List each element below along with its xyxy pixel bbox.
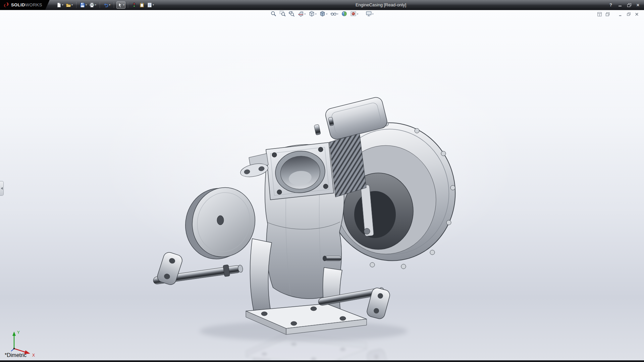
new-document-button[interactable]: ▾: [56, 2, 64, 8]
toolbar-separator: [114, 2, 114, 8]
view-settings-dropdown-caret-icon[interactable]: ▾: [372, 13, 374, 15]
select-dropdown-caret-icon[interactable]: ▾: [123, 4, 124, 6]
doc-minimize-icon: [618, 12, 623, 17]
display-style-dropdown-caret-icon[interactable]: ▾: [326, 13, 327, 15]
new-document-icon: [56, 2, 62, 8]
edit-appearance-icon: [341, 11, 347, 17]
undo-dropdown-caret-icon[interactable]: ▾: [109, 4, 110, 6]
solidworks-brand: SOLIDWORKS: [0, 0, 50, 10]
tile-window-icon: [597, 12, 602, 17]
cascade-window-button[interactable]: [605, 11, 610, 17]
open-dropdown-caret-icon[interactable]: ▾: [71, 4, 73, 6]
select-button[interactable]: ▾: [117, 2, 125, 8]
brand-solid: SOLID: [11, 2, 25, 7]
document-window-controls: [597, 11, 640, 17]
previous-view-button[interactable]: [288, 10, 295, 17]
apply-scene-dropdown-caret-icon[interactable]: ▾: [357, 13, 359, 15]
triad-y-label: Y: [17, 330, 20, 335]
3d-model-canvas[interactable]: [0, 0, 644, 362]
main-toolbar: ▾▾▾▾▾▾▾: [56, 2, 155, 8]
model-reflection: [153, 333, 465, 362]
restore-button[interactable]: [625, 2, 633, 8]
save-button[interactable]: ▾: [79, 2, 88, 8]
minimize-icon: [619, 3, 622, 6]
status-bar: [0, 360, 644, 362]
brand-works: WORKS: [25, 2, 42, 7]
doc-minimize-button[interactable]: [618, 11, 624, 17]
options-dropdown-caret-icon[interactable]: ▾: [153, 4, 154, 6]
view-orientation-button[interactable]: ▾: [308, 10, 317, 17]
collapse-arrow-icon: [1, 187, 3, 190]
brand-text: SOLIDWORKS: [11, 2, 42, 7]
save-dropdown-caret-icon[interactable]: ▾: [86, 4, 87, 6]
toolbar-separator: [100, 2, 100, 8]
window-controls: ? ×: [607, 2, 644, 8]
undo-button[interactable]: ▾: [103, 2, 111, 8]
selection-filter-icon: [131, 2, 137, 8]
hide-show-items-dropdown-caret-icon[interactable]: ▾: [337, 13, 338, 15]
previous-view-icon: [288, 11, 294, 17]
view-orientation-icon: [309, 11, 315, 17]
heads-up-toolbar: ▾▾▾▾▾▾: [270, 10, 374, 17]
section-view-icon: [298, 11, 304, 17]
edit-appearance-button[interactable]: [341, 10, 348, 17]
doc-close-button[interactable]: [634, 11, 640, 17]
options-icon: [147, 2, 152, 8]
restore-icon: [627, 3, 631, 7]
options-button[interactable]: ▾: [146, 2, 155, 8]
select-icon: [117, 2, 123, 8]
selection-filter-button[interactable]: [131, 2, 138, 8]
zoom-to-fit-icon: [270, 11, 276, 17]
clipboard-icon: [139, 2, 145, 8]
print-icon: [89, 2, 95, 8]
zoom-to-fit-button[interactable]: [270, 10, 277, 17]
view-orientation-dropdown-caret-icon[interactable]: ▾: [315, 13, 317, 15]
triad-x-label: X: [32, 353, 35, 358]
title-bar: SOLIDWORKS ▾▾▾▾▾▾▾ EngineCasing [Read-on…: [0, 0, 644, 10]
print-button[interactable]: ▾: [89, 2, 97, 8]
toolbar-separator: [128, 2, 128, 8]
engine-model: [153, 96, 465, 335]
doc-restore-button[interactable]: [626, 11, 632, 17]
section-view-button[interactable]: ▾: [297, 10, 306, 17]
panel-collapse-handle[interactable]: [0, 181, 4, 196]
hide-show-items-icon: [330, 11, 336, 17]
new-document-dropdown-caret-icon[interactable]: ▾: [62, 4, 63, 6]
view-settings-button[interactable]: ▾: [365, 10, 374, 17]
zoom-to-area-icon: [279, 11, 285, 17]
help-button[interactable]: ?: [607, 2, 614, 8]
solidworks-logo-icon: [3, 2, 9, 8]
clipboard-button[interactable]: [139, 2, 145, 8]
apply-scene-button[interactable]: ▾: [350, 10, 359, 17]
toolbar-separator: [76, 2, 76, 8]
view-orientation-label: *Dimetric: [5, 352, 26, 358]
minimize-button[interactable]: [616, 2, 624, 8]
hide-show-items-button[interactable]: ▾: [330, 10, 339, 17]
document-title: EngineCasing [Read-only]: [155, 2, 607, 7]
doc-restore-icon: [626, 12, 631, 17]
display-style-icon: [319, 11, 325, 17]
display-style-button[interactable]: ▾: [319, 10, 328, 17]
zoom-to-area-button[interactable]: [279, 10, 286, 17]
doc-close-icon: [634, 12, 639, 17]
undo-icon: [103, 2, 109, 8]
section-view-dropdown-caret-icon[interactable]: ▾: [304, 13, 306, 15]
close-button[interactable]: ×: [634, 2, 642, 8]
tile-window-button[interactable]: [597, 11, 602, 17]
open-button[interactable]: ▾: [65, 2, 73, 8]
apply-scene-icon: [351, 11, 357, 17]
open-icon: [66, 2, 71, 8]
cascade-window-icon: [605, 12, 610, 17]
print-dropdown-caret-icon[interactable]: ▾: [95, 4, 96, 6]
save-icon: [80, 2, 85, 8]
view-settings-icon: [366, 11, 372, 17]
